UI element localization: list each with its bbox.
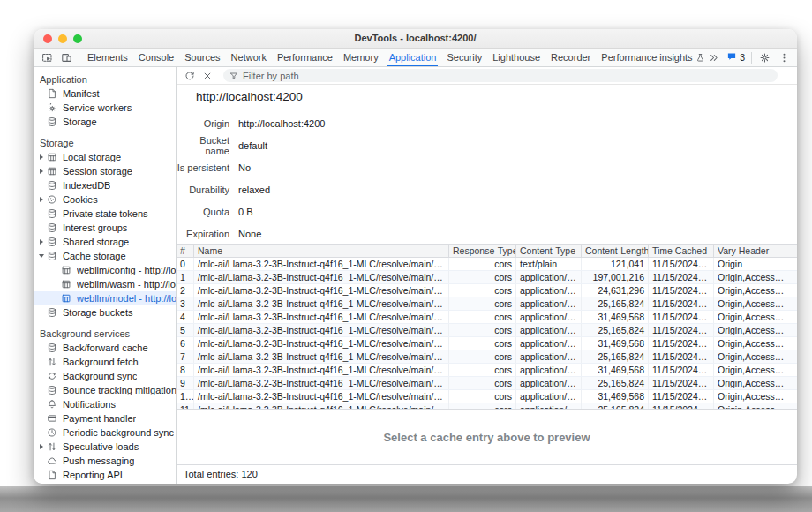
device-toolbar-icon[interactable]: [56, 49, 76, 66]
sidebar-item-label: Service workers: [63, 102, 132, 113]
cache-entry-row[interactable]: 10/mlc-ai/Llama-3.2-3B-Instruct-q4f16_1-…: [177, 390, 797, 403]
sidebar-item-cookies[interactable]: Cookies: [34, 192, 176, 207]
cell-vary_header: Origin,Access…: [714, 337, 797, 350]
sidebar-item-indexeddb[interactable]: IndexedDB: [34, 178, 176, 192]
column-header-response_type[interactable]: Response-Type: [449, 245, 516, 257]
sidebar-item-bounce-tracking-mitigations[interactable]: Bounce tracking mitigations: [34, 383, 176, 397]
arrow-spacer: [39, 397, 47, 411]
sidebar-item-notifications[interactable]: Notifications: [34, 397, 176, 411]
filter-box[interactable]: [223, 69, 778, 82]
cache-entry-row[interactable]: 0/mlc-ai/Llama-3.2-3B-Instruct-q4f16_1-M…: [177, 258, 797, 271]
arrow-spacer: [39, 411, 47, 425]
column-header-time_cached[interactable]: Time Cached: [649, 245, 714, 257]
tab-security[interactable]: Security: [441, 49, 487, 67]
sidebar-item-local-storage[interactable]: Local storage: [34, 150, 176, 164]
cache-entry-row[interactable]: 7/mlc-ai/Llama-3.2-3B-Instruct-q4f16_1-M…: [177, 350, 797, 364]
tab-recorder[interactable]: Recorder: [545, 49, 596, 67]
sidebar-item-back-forward-cache[interactable]: Back/forward cache: [34, 341, 176, 355]
meta-value: relaxed: [238, 184, 270, 195]
cell-content_length: 31,469,568: [582, 390, 649, 403]
arrow-spacer: [39, 369, 47, 383]
close-button[interactable]: [43, 34, 52, 43]
cell-content_type: text/plain: [516, 258, 582, 270]
issues-button[interactable]: 3: [723, 51, 748, 64]
tab-network[interactable]: Network: [226, 49, 272, 67]
sidebar-item-background-fetch[interactable]: Background fetch: [34, 355, 176, 369]
cell-name: /mlc-ai/Llama-3.2-3B-Instruct-q4f16_1-ML…: [194, 364, 449, 376]
sidebar-item-interest-groups[interactable]: Interest groups: [34, 221, 176, 235]
cache-entry-row[interactable]: 8/mlc-ai/Llama-3.2-3B-Instruct-q4f16_1-M…: [177, 364, 797, 377]
minimize-button[interactable]: [58, 34, 67, 43]
document-icon: [47, 88, 58, 99]
inspect-element-icon[interactable]: [37, 49, 56, 66]
chevron-right-icon[interactable]: [39, 164, 47, 178]
tab-sources[interactable]: Sources: [179, 49, 225, 67]
cell-idx: 5: [177, 324, 194, 336]
chevron-right-icon[interactable]: [39, 192, 47, 207]
cache-entry-row[interactable]: 2/mlc-ai/Llama-3.2-3B-Instruct-q4f16_1-M…: [177, 284, 797, 297]
tab-application[interactable]: Application: [384, 49, 442, 67]
cell-idx: 2: [177, 284, 194, 297]
tab-memory[interactable]: Memory: [338, 49, 384, 67]
settings-gear-icon[interactable]: [755, 49, 774, 66]
chevron-right-icon[interactable]: [39, 235, 47, 249]
cell-name: /mlc-ai/Llama-3.2-3B-Instruct-q4f16_1-ML…: [194, 390, 449, 403]
chevron-down-icon[interactable]: [39, 249, 47, 263]
sidebar-item-webllm-config-http-loc[interactable]: webllm/config - http://loc…: [34, 263, 176, 277]
clear-x-icon[interactable]: [199, 68, 216, 84]
sidebar-item-label: Local storage: [63, 152, 121, 162]
zoom-button[interactable]: [73, 34, 82, 43]
sidebar-item-storage-buckets[interactable]: Storage buckets: [34, 305, 176, 320]
tab-lighthouse[interactable]: Lighthouse: [487, 49, 545, 67]
sidebar-item-private-state-tokens[interactable]: Private state tokens: [34, 207, 176, 221]
sidebar-item-shared-storage[interactable]: Shared storage: [34, 235, 176, 249]
sidebar-item-periodic-background-sync[interactable]: Periodic background sync: [34, 425, 176, 440]
column-header-content_type[interactable]: Content-Type: [516, 245, 582, 257]
sidebar-item-manifest[interactable]: Manifest: [34, 87, 176, 101]
more-tabs-chevrons-icon[interactable]: [703, 49, 723, 66]
sidebar-item-cache-storage[interactable]: Cache storage: [34, 249, 176, 263]
column-header-idx[interactable]: #: [177, 245, 194, 257]
cache-metadata: Originhttp://localhost:4200Bucket namede…: [177, 109, 797, 244]
cell-content_type: application/oc…: [516, 350, 582, 363]
cell-content_type: application/oc…: [516, 311, 582, 323]
sidebar-item-service-workers[interactable]: Service workers: [34, 101, 176, 115]
filter-input[interactable]: [243, 70, 771, 81]
tab-console[interactable]: Console: [133, 49, 179, 67]
cache-entry-row[interactable]: 4/mlc-ai/Llama-3.2-3B-Instruct-q4f16_1-M…: [177, 311, 797, 324]
cache-entry-row[interactable]: 3/mlc-ai/Llama-3.2-3B-Instruct-q4f16_1-M…: [177, 297, 797, 311]
cell-vary_header: Origin,Access…: [714, 271, 797, 283]
cell-response_type: cors: [449, 324, 516, 336]
cell-content_length: 25,165,824: [582, 377, 649, 389]
cache-entry-row[interactable]: 5/mlc-ai/Llama-3.2-3B-Instruct-q4f16_1-M…: [177, 324, 797, 337]
arrow-spacer: [39, 425, 47, 440]
chevron-right-icon[interactable]: [39, 440, 47, 454]
up-down-arrows-icon: [47, 357, 58, 367]
sidebar-item-payment-handler[interactable]: Payment handler: [34, 411, 176, 425]
chevron-right-icon[interactable]: [39, 150, 47, 164]
sidebar-item-background-sync[interactable]: Background sync: [34, 369, 176, 383]
cache-entry-row[interactable]: 6/mlc-ai/Llama-3.2-3B-Instruct-q4f16_1-M…: [177, 337, 797, 350]
sidebar-item-session-storage[interactable]: Session storage: [34, 164, 176, 178]
sidebar-item-reporting-api[interactable]: Reporting API: [34, 468, 176, 482]
kebab-menu-icon[interactable]: [774, 49, 793, 66]
refresh-icon[interactable]: [181, 68, 199, 84]
cell-response_type: cors: [449, 297, 516, 310]
cache-entry-row[interactable]: 9/mlc-ai/Llama-3.2-3B-Instruct-q4f16_1-M…: [177, 377, 797, 390]
sidebar-item-webllm-model-http-loc[interactable]: webllm/model - http://loc…: [34, 291, 176, 305]
sidebar-item-speculative-loads[interactable]: Speculative loads: [34, 440, 176, 454]
flask-icon: [695, 53, 704, 63]
column-header-content_length[interactable]: Content-Length: [582, 245, 649, 257]
arrow-spacer: [39, 87, 47, 101]
sidebar-item-webllm-wasm-http-loca[interactable]: webllm/wasm - http://loca…: [34, 277, 176, 291]
tab-performance[interactable]: Performance: [272, 49, 338, 67]
application-sidebar: ApplicationManifestService workersStorag…: [34, 67, 177, 484]
cell-name: /mlc-ai/Llama-3.2-3B-Instruct-q4f16_1-ML…: [194, 377, 449, 389]
sidebar-item-storage[interactable]: Storage: [34, 115, 176, 129]
column-header-name[interactable]: Name: [194, 245, 449, 257]
sidebar-item-push-messaging[interactable]: Push messaging: [34, 454, 176, 468]
tab-elements[interactable]: Elements: [82, 49, 133, 67]
column-header-vary_header[interactable]: Vary Header: [714, 245, 797, 257]
cache-entry-row[interactable]: 1/mlc-ai/Llama-3.2-3B-Instruct-q4f16_1-M…: [177, 271, 797, 284]
tab-performance-insights[interactable]: Performance insights: [596, 49, 703, 67]
